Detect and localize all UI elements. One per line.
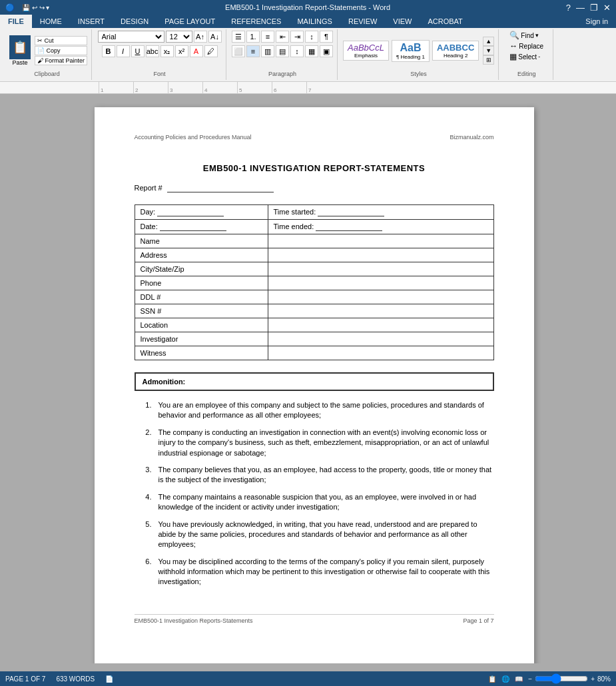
phone-label: Phone — [135, 276, 268, 290]
align-left-button[interactable]: ⬜ — [232, 45, 245, 57]
list-item-text-3: The company believes that you, as an emp… — [158, 465, 494, 486]
sign-in[interactable]: Sign in — [577, 15, 616, 28]
style-heading2[interactable]: AABBCC Heading 2 — [432, 41, 479, 61]
superscript-button[interactable]: x² — [175, 45, 188, 57]
tab-design[interactable]: DESIGN — [113, 15, 156, 28]
tab-file[interactable]: FILE — [0, 15, 32, 28]
font-format-row: B I U abc x₂ x² A 🖊 — [102, 45, 218, 57]
paragraph-list-row: ☰ 1. ≡ ⇤ ⇥ ↕ ¶ — [232, 31, 333, 43]
style-emphasis[interactable]: AaBbCcL Emphasis — [343, 41, 389, 61]
underline-button[interactable]: U — [131, 45, 145, 57]
paste-label: Paste — [12, 59, 27, 66]
list-item-text-1: You are an employee of this company and … — [158, 400, 494, 421]
style-emphasis-preview: AaBbCcL — [348, 43, 384, 53]
clipboard-group-content: 📋 Paste ✂ Cut 📄 Copy 🖌 Format Painter — [7, 31, 87, 71]
table-row-date-time: Date: Time ended: — [135, 220, 493, 234]
sort-button[interactable]: ↕ — [305, 31, 318, 43]
editing-group-content: 🔍 Find ▾ ↔ Replace ▦ Select - — [509, 31, 543, 71]
tab-acrobat[interactable]: ACROBAT — [420, 15, 470, 28]
tab-review[interactable]: REVIEW — [340, 15, 385, 28]
report-label: Report # — [135, 184, 162, 192]
time-ended-blank — [316, 222, 382, 231]
list-item-text-5: You have previously acknowledged, in wri… — [158, 519, 494, 550]
address-value — [268, 248, 493, 262]
font-size-select[interactable]: 12 — [166, 31, 192, 43]
style-heading2-label: Heading 2 — [444, 53, 467, 59]
find-button[interactable]: 🔍 Find ▾ — [509, 31, 538, 40]
align-right-button[interactable]: ▥ — [261, 45, 274, 57]
list-item: 6. You may be disciplined according to t… — [141, 557, 494, 587]
multilevel-button[interactable]: ≡ — [261, 31, 274, 43]
ruler-mark-2: 2 — [133, 82, 168, 94]
tab-insert[interactable]: INSERT — [70, 15, 113, 28]
font-label: Font — [154, 71, 166, 79]
investigator-label: Investigator — [135, 332, 268, 346]
table-row-ssn: SSN # — [135, 304, 493, 318]
replace-label: Replace — [519, 43, 543, 50]
time-started-blank — [318, 208, 384, 216]
style-heading1-label: ¶ Heading 1 — [396, 54, 425, 60]
decrease-indent-button[interactable]: ⇤ — [276, 31, 289, 43]
styles-scroll-down[interactable]: ▼ — [483, 46, 494, 55]
format-painter-button[interactable]: 🖌 Format Painter — [35, 56, 87, 65]
cut-button[interactable]: ✂ Cut — [35, 36, 87, 45]
increase-indent-button[interactable]: ⇥ — [290, 31, 304, 43]
table-row-investigator: Investigator — [135, 332, 493, 346]
name-value — [268, 234, 493, 248]
styles-expand[interactable]: ⊞ — [483, 55, 494, 65]
justify-button[interactable]: ▤ — [276, 45, 289, 57]
tab-view[interactable]: VIEW — [385, 15, 420, 28]
find-label: Find — [521, 32, 533, 39]
left-margin — [0, 94, 12, 663]
footer-right: Page 1 of 7 — [463, 617, 493, 624]
help-btn[interactable]: ? — [566, 3, 571, 13]
decrease-font-button[interactable]: A↓ — [208, 31, 222, 43]
select-arrow: - — [538, 53, 540, 60]
minimize-btn[interactable]: — — [576, 3, 585, 13]
ruler-mark-4: 4 — [202, 82, 237, 94]
ddl-label: DDL # — [135, 290, 268, 304]
maximize-btn[interactable]: ❐ — [590, 3, 598, 13]
style-heading1[interactable]: AaB ¶ Heading 1 — [392, 40, 430, 62]
text-color-button[interactable]: A — [190, 45, 203, 57]
tab-page-layout[interactable]: PAGE LAYOUT — [156, 15, 223, 28]
shading-button[interactable]: ▦ — [305, 45, 318, 57]
align-center-button[interactable]: ≡ — [246, 45, 260, 57]
bullets-button[interactable]: ☰ — [232, 31, 245, 43]
numbering-button[interactable]: 1. — [246, 31, 260, 43]
copy-button[interactable]: 📄 Copy — [35, 46, 87, 55]
italic-button[interactable]: I — [117, 45, 130, 57]
bold-button[interactable]: B — [102, 45, 115, 57]
tab-references[interactable]: REFERENCES — [223, 15, 289, 28]
header-left: Accounting Policies and Procedures Manua… — [135, 134, 252, 141]
font-name-select[interactable]: Arial — [98, 31, 164, 43]
find-icon: 🔍 — [509, 31, 519, 40]
editing-group: 🔍 Find ▾ ↔ Replace ▦ Select - Editing — [500, 29, 553, 80]
strikethrough-button[interactable]: abc — [146, 45, 159, 57]
paste-button[interactable]: 📋 Paste — [7, 33, 33, 69]
select-button[interactable]: ▦ Select - — [509, 52, 540, 61]
subscript-button[interactable]: x₂ — [160, 45, 174, 57]
borders-button[interactable]: ▣ — [320, 45, 333, 57]
styles-group: AaBbCcL Emphasis AaB ¶ Heading 1 AABBCC … — [339, 29, 499, 80]
list-item: 2. The company is conducting an investig… — [141, 428, 494, 458]
tab-mailings[interactable]: MAILINGS — [289, 15, 340, 28]
ruler-mark-3: 3 — [168, 82, 202, 94]
increase-font-button[interactable]: A↑ — [194, 31, 207, 43]
close-btn[interactable]: ✕ — [603, 3, 611, 13]
table-row-phone: Phone — [135, 276, 493, 290]
list-item-num-4: 4. — [141, 492, 152, 513]
list-item-num-3: 3. — [141, 465, 152, 486]
style-samples: AaBbCcL Emphasis AaB ¶ Heading 1 AABBCC … — [343, 40, 479, 62]
highlight-button[interactable]: 🖊 — [204, 45, 218, 57]
doc-title: EMB500-1 INVESTIGATION REPORT-STATEMENTS — [135, 163, 494, 173]
witness-value — [268, 346, 493, 360]
ruler-mark-1: 1 — [99, 82, 133, 94]
line-spacing-button[interactable]: ↕ — [290, 45, 304, 57]
list-item-text-2: The company is conducting an investigati… — [158, 428, 494, 458]
replace-button[interactable]: ↔ Replace — [509, 41, 543, 51]
show-marks-button[interactable]: ¶ — [320, 31, 333, 43]
list-item-text-4: The company maintains a reasonable suspi… — [158, 492, 494, 513]
tab-home[interactable]: HOME — [32, 15, 70, 28]
styles-scroll-up[interactable]: ▲ — [483, 37, 494, 46]
